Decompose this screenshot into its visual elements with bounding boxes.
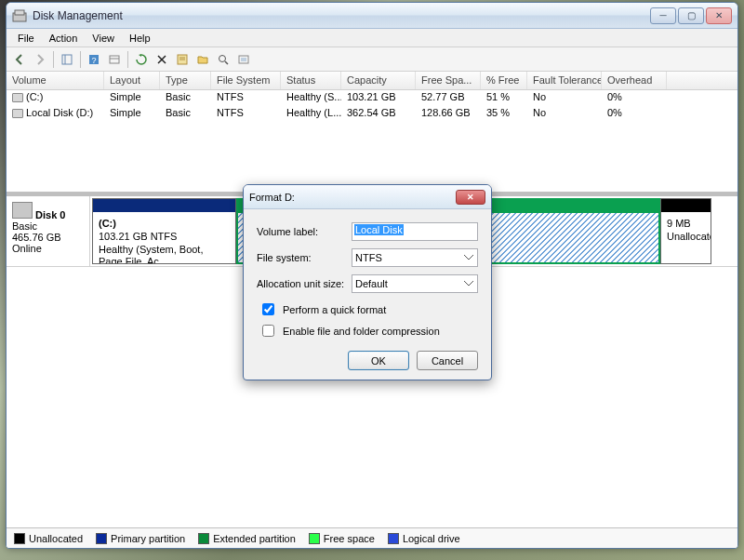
col-ov[interactable]: Overhead [602,72,667,89]
disk-mgmt-icon [12,8,27,23]
disk-name: Disk 0 [35,209,65,220]
col-ft[interactable]: Fault Tolerance [527,72,602,89]
back-button[interactable] [10,50,29,69]
toolbar-icon[interactable] [58,50,76,69]
ok-button[interactable]: OK [348,351,409,370]
window-title: Disk Management [33,9,650,22]
help-icon[interactable]: ? [85,50,103,69]
minimize-button[interactable]: ─ [650,7,676,24]
forward-button[interactable] [31,50,49,69]
dialog-titlebar[interactable]: Format D: ✕ [244,185,491,209]
legend-item: Extended partition [198,533,296,544]
volume-label-value: Local Disk [354,224,404,235]
toolbar: ? [7,47,737,72]
drive-icon [12,109,23,118]
toolbar-icon[interactable] [234,50,253,69]
legend: UnallocatedPrimary partitionExtended par… [7,527,737,548]
disk-state: Online [12,243,42,254]
file-system-select[interactable]: NTFS [352,248,478,267]
volume-row[interactable]: Local Disk (D:)SimpleBasicNTFSHealthy (L… [7,106,737,122]
col-volume[interactable]: Volume [7,72,104,89]
partition[interactable]: (C:)103.21 GB NTFSHealthy (System, Boot,… [92,198,236,264]
folder-icon[interactable] [193,50,212,69]
quick-format-label: Perform a quick format [283,304,386,315]
compression-label: Enable file and folder compression [283,326,440,337]
svg-rect-6 [110,56,119,63]
menu-action[interactable]: Action [42,31,86,46]
menu-view[interactable]: View [85,31,122,46]
search-icon[interactable] [214,50,232,69]
volume-list: Volume Layout Type File System Status Ca… [7,72,737,193]
menubar: File Action View Help [7,29,737,47]
allocation-unit-label: Allocation unit size: [257,278,352,289]
properties-icon[interactable] [173,50,192,69]
drive-icon [12,93,23,102]
col-type[interactable]: Type [160,72,211,89]
svg-line-12 [225,61,228,64]
col-free[interactable]: Free Spa... [416,72,481,89]
menu-file[interactable]: File [10,31,42,46]
titlebar[interactable]: Disk Management ─ ▢ ✕ [7,3,737,29]
volume-label-input[interactable]: Local Disk [352,222,478,241]
svg-rect-1 [15,10,24,15]
svg-rect-14 [241,58,246,61]
disk-type: Basic [12,220,37,232]
menu-help[interactable]: Help [122,31,158,46]
disk-label[interactable]: Disk 0 Basic 465.76 GB Online [7,196,90,266]
dialog-title: Format D: [249,192,456,203]
col-status[interactable]: Status [281,72,341,89]
col-capacity[interactable]: Capacity [341,72,416,89]
legend-item: Logical drive [388,533,460,544]
svg-point-11 [219,55,226,61]
svg-text:?: ? [91,56,96,65]
legend-item: Free space [309,533,375,544]
dialog-close-button[interactable]: ✕ [456,190,485,205]
volume-list-header[interactable]: Volume Layout Type File System Status Ca… [7,72,737,90]
col-fs[interactable]: File System [211,72,281,89]
legend-item: Unallocated [14,533,83,544]
refresh-icon[interactable] [132,50,151,69]
allocation-unit-select[interactable]: Default [352,274,478,293]
col-pct[interactable]: % Free [481,72,527,89]
legend-item: Primary partition [96,533,185,544]
file-system-label: File system: [257,252,352,263]
disk-icon [12,202,33,219]
maximize-button[interactable]: ▢ [678,7,704,24]
compression-checkbox[interactable] [262,325,274,337]
close-button[interactable]: ✕ [706,7,732,24]
partition[interactable]: 9 MBUnallocate [660,198,711,264]
format-dialog: Format D: ✕ Volume label: Local Disk Fil… [243,184,492,380]
cancel-button[interactable]: Cancel [417,351,478,370]
disk-size: 465.76 GB [12,232,61,243]
volume-label-label: Volume label: [257,226,352,237]
quick-format-checkbox[interactable] [262,303,274,315]
toolbar-icon[interactable] [105,50,124,69]
svg-rect-2 [62,55,72,64]
delete-icon[interactable] [153,50,171,69]
col-layout[interactable]: Layout [104,72,160,89]
volume-row[interactable]: (C:)SimpleBasicNTFSHealthy (S...103.21 G… [7,90,737,106]
